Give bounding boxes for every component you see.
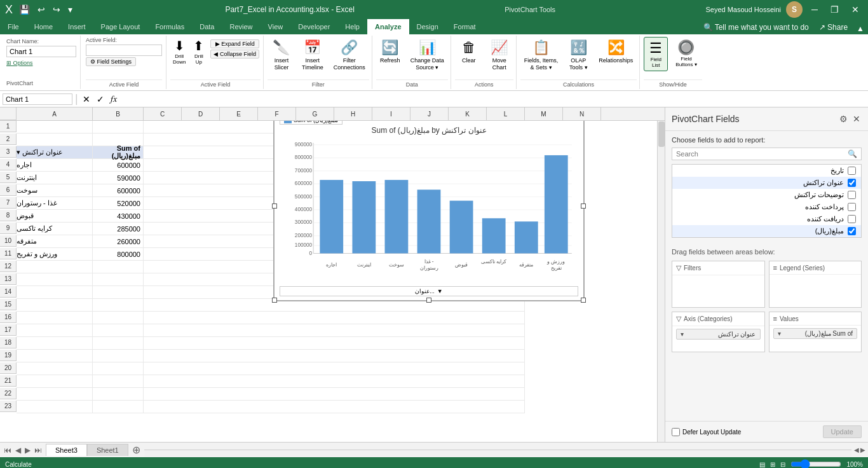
cell-rest-21[interactable]	[144, 375, 525, 388]
handle-r[interactable]	[581, 203, 586, 209]
bar-5[interactable]	[482, 218, 506, 253]
customize-qa-btn[interactable]: ▾	[65, 3, 75, 16]
page-break-icon[interactable]: ⊟	[780, 461, 785, 468]
row-num-4[interactable]: 4	[0, 159, 17, 170]
field-checkbox-daryaft[interactable]	[848, 215, 856, 223]
relationships-btn[interactable]: 🔀 Relationships	[595, 37, 637, 67]
drill-down-btn[interactable]: ⬇ DrillDown	[170, 37, 188, 66]
confirm-formula-btn[interactable]: ✓	[95, 94, 106, 104]
cell-A20[interactable]	[17, 362, 93, 375]
change-data-source-btn[interactable]: 📊 Change DataSource ▾	[407, 37, 448, 74]
h-scroll-right-btn[interactable]: ▶	[860, 446, 865, 453]
cell-A6[interactable]: سوخت	[17, 184, 93, 197]
filters-area-content[interactable]	[672, 275, 764, 307]
row-num-6[interactable]: 6	[0, 184, 17, 196]
bar-6[interactable]	[515, 221, 538, 253]
cell-A11[interactable]: ورزش و تفریح	[17, 248, 93, 261]
insert-timeline-btn[interactable]: 📅 InsertTimeline	[298, 37, 327, 74]
cell-B23[interactable]	[93, 401, 144, 413]
cell-B1[interactable]	[93, 121, 144, 134]
cell-rest-18[interactable]	[144, 337, 525, 350]
cell-B22[interactable]	[93, 388, 144, 401]
col-header-G[interactable]: G	[296, 107, 334, 120]
col-header-K[interactable]: K	[449, 107, 487, 120]
cell-B10[interactable]: 260000	[93, 235, 144, 248]
bar-2[interactable]	[385, 180, 409, 253]
cell-A10[interactable]: متفرقه	[17, 235, 93, 248]
defer-layout-checkbox[interactable]: Defer Layout Update	[672, 428, 741, 436]
cell-B18[interactable]	[93, 337, 144, 350]
row-num-14[interactable]: 14	[0, 286, 17, 298]
cell-rest-19[interactable]	[144, 350, 525, 362]
page-layout-icon[interactable]: ⊞	[770, 461, 775, 468]
cell-B4[interactable]: 600000	[93, 159, 144, 172]
add-sheet-btn[interactable]: ⊕	[128, 444, 144, 456]
field-checkbox-pardakht[interactable]	[848, 203, 856, 211]
undo-btn[interactable]: ↩	[35, 3, 48, 16]
cell-A12[interactable]	[17, 261, 93, 273]
scrollbar-thumb[interactable]	[658, 121, 665, 147]
redo-btn[interactable]: ↪	[50, 3, 63, 16]
cell-B12[interactable]	[93, 261, 144, 273]
field-checkbox-tozihaat[interactable]	[848, 191, 856, 199]
cell-B6[interactable]: 600000	[93, 184, 144, 197]
name-box[interactable]	[3, 93, 72, 105]
cell-rest-20[interactable]	[144, 362, 525, 375]
col-header-E[interactable]: E	[220, 107, 258, 120]
zoom-slider[interactable]	[790, 459, 841, 468]
defer-checkbox[interactable]	[672, 428, 680, 436]
cancel-formula-btn[interactable]: ✕	[81, 94, 92, 104]
cell-B8[interactable]: 430000	[93, 210, 144, 223]
handle-l[interactable]	[272, 203, 277, 209]
tab-data[interactable]: Data	[192, 19, 222, 34]
tab-design[interactable]: Design	[409, 19, 446, 34]
cell-A14[interactable]	[17, 286, 93, 299]
field-settings-btn[interactable]: ⚙ Field Settings	[86, 57, 136, 66]
restore-btn[interactable]: ❐	[827, 3, 843, 16]
row-num-18[interactable]: 18	[0, 337, 17, 348]
chart-container[interactable]: Sum of مبلغ(ریال) عنوان تراکنش by مبلغ(ر…	[273, 111, 585, 301]
tab-developer[interactable]: Developer	[290, 19, 337, 34]
sheet-tab-sheet1[interactable]: Sheet1	[87, 444, 128, 456]
col-header-C[interactable]: C	[144, 107, 182, 120]
col-header-D[interactable]: D	[182, 107, 220, 120]
bar-4[interactable]	[450, 201, 473, 254]
active-field-input[interactable]	[86, 45, 162, 56]
cell-rest-16[interactable]	[144, 312, 525, 324]
cell-A4[interactable]: اجاره	[17, 159, 93, 172]
expand-field-btn[interactable]: ▶ Expand Field	[210, 39, 259, 48]
bar-3[interactable]	[417, 189, 441, 253]
h-scroll-left-btn[interactable]: ◀	[854, 446, 859, 453]
row-num-13[interactable]: 13	[0, 273, 17, 285]
cell-A18[interactable]	[17, 337, 93, 350]
tab-insert[interactable]: Insert	[60, 19, 93, 34]
row-num-21[interactable]: 21	[0, 375, 17, 387]
normal-view-icon[interactable]: ▤	[759, 461, 765, 468]
tab-view[interactable]: View	[261, 19, 291, 34]
row-num-9[interactable]: 9	[0, 223, 17, 234]
options-button[interactable]: ⊞ Options	[6, 60, 76, 66]
field-item-tozihaat[interactable]: توضیحات تراکنش	[672, 189, 861, 201]
row-num-7[interactable]: 7	[0, 197, 17, 209]
filter-connections-btn[interactable]: 🔗 FilterConnections	[330, 37, 369, 74]
field-checkbox-onvan[interactable]	[848, 179, 856, 187]
clear-btn[interactable]: 🗑 Clear	[455, 37, 483, 67]
col-header-A[interactable]: A	[17, 107, 93, 120]
col-header-I[interactable]: I	[372, 107, 410, 120]
row-num-12[interactable]: 12	[0, 261, 17, 272]
field-checkbox-mablagh[interactable]	[848, 227, 856, 235]
row-num-20[interactable]: 20	[0, 362, 17, 374]
save-btn[interactable]: 💾	[17, 3, 32, 16]
update-btn[interactable]: Update	[823, 425, 862, 438]
field-buttons-btn[interactable]: 🔘 FieldButtons ▾	[670, 37, 702, 70]
field-checkbox-tarikh[interactable]	[848, 167, 856, 175]
cell-A21[interactable]	[17, 375, 93, 388]
tell-me-input[interactable]: 🔍 Tell me what you want to do	[698, 20, 814, 34]
cell-rest-23[interactable]	[144, 401, 525, 413]
bar-0[interactable]	[320, 180, 343, 253]
row-num-16[interactable]: 16	[0, 312, 17, 323]
formula-input[interactable]	[121, 94, 865, 104]
drill-up-btn[interactable]: ⬆ DrillUp	[191, 37, 207, 66]
cell-B19[interactable]	[93, 350, 144, 362]
col-header-F[interactable]: F	[258, 107, 296, 120]
